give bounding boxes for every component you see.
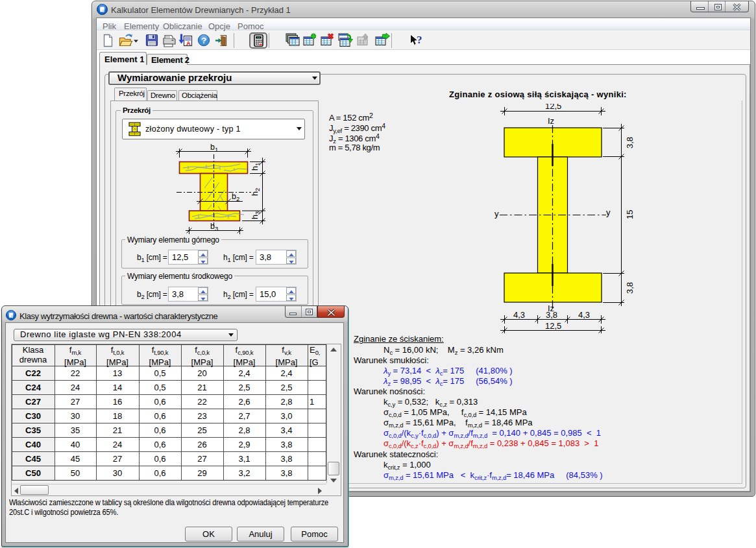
svg-text:b: b xyxy=(232,192,236,201)
svg-text:1: 1 xyxy=(254,163,261,166)
svg-text:?: ? xyxy=(417,34,422,46)
svg-text:1: 1 xyxy=(215,146,218,153)
svg-text:2: 2 xyxy=(236,195,239,202)
svg-text:4,3: 4,3 xyxy=(578,310,590,320)
svg-text:3,8: 3,8 xyxy=(625,137,635,149)
svg-text:Iz: Iz xyxy=(548,116,554,126)
svg-text:2: 2 xyxy=(254,188,261,191)
svg-text:b: b xyxy=(210,143,215,152)
svg-text:b: b xyxy=(210,222,215,231)
svg-text:3,8: 3,8 xyxy=(625,282,635,294)
svg-text:3: 3 xyxy=(254,211,261,215)
svg-text:h: h xyxy=(250,215,260,219)
svg-text:12,5: 12,5 xyxy=(545,104,561,111)
svg-text:?: ? xyxy=(201,36,206,45)
svg-text:4,3: 4,3 xyxy=(513,310,525,320)
svg-text:3,8: 3,8 xyxy=(546,310,557,320)
svg-text:12,5: 12,5 xyxy=(545,321,561,331)
svg-text:h: h xyxy=(250,191,260,196)
svg-text:15: 15 xyxy=(625,210,635,219)
svg-text:A: A xyxy=(186,40,191,47)
svg-text:y: y xyxy=(606,208,611,217)
svg-text:y: y xyxy=(494,209,499,219)
svg-text:3: 3 xyxy=(215,225,218,232)
svg-text:h: h xyxy=(250,166,260,171)
